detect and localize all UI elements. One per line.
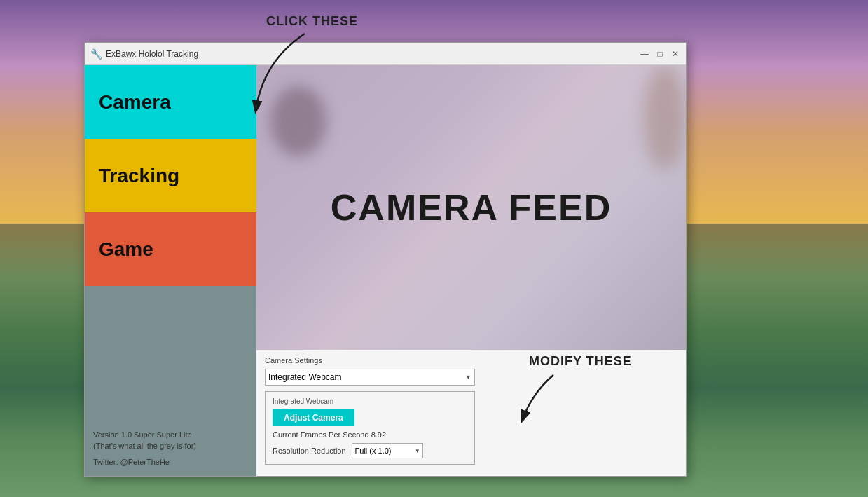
window-body: Camera Tracking Game Version 1.0 Super S… [85,65,686,476]
app-icon: 🔧 [90,48,102,60]
webcam-box-title: Integrated Webcam [273,397,467,405]
sidebar-item-tracking[interactable]: Tracking [85,139,256,212]
resolution-dropdown[interactable]: Full (x 1.0) Half (x 0.5) Quarter (x 0.2… [352,443,423,458]
sidebar-game-label: Game [99,238,153,261]
camera-feed-label: CAMERA FEED [331,186,612,229]
sidebar-item-game[interactable]: Game [85,212,256,286]
titlebar: 🔧 ExBawx Hololol Tracking — □ ✕ [85,43,686,65]
main-content: CAMERA FEED Camera Settings Integrated W… [256,65,686,476]
twitter-handle: Twitter: @PeterTheHe [93,456,248,468]
window-title: ExBawx Hololol Tracking [106,49,640,59]
modify-these-annotation: MODIFY THESE [529,354,632,369]
camera-dropdown[interactable]: Integrated Webcam [265,369,475,386]
sidebar-camera-label: Camera [99,91,171,114]
adjust-camera-button[interactable]: Adjust Camera [273,409,354,426]
sidebar-tracking-label: Tracking [99,165,179,187]
camera-dropdown-row: Integrated Webcam [265,369,677,386]
app-window: 🔧 ExBawx Hololol Tracking — □ ✕ Camera T… [84,42,687,477]
sidebar-empty-area [85,286,256,423]
close-button[interactable]: ✕ [670,49,680,59]
titlebar-controls: — □ ✕ [640,49,680,59]
sidebar-item-camera[interactable]: Camera [85,65,256,139]
webcam-settings-box: Integrated Webcam Adjust Camera Current … [265,391,475,465]
camera-dropdown-wrapper: Integrated Webcam [265,369,475,386]
fps-display: Current Frames Per Second 8.92 [273,430,467,439]
settings-panel: Camera Settings Integrated Webcam Integr… [256,350,686,476]
version-line2: (That's what all the grey is for) [93,440,248,452]
modify-these-arrow [518,372,588,428]
resolution-row: Resolution Reduction Full (x 1.0) Half (… [273,443,467,458]
resolution-label: Resolution Reduction [273,447,346,455]
sidebar-version: Version 1.0 Super Super Lite (That's wha… [85,423,256,477]
sidebar: Camera Tracking Game Version 1.0 Super S… [85,65,256,476]
resolution-dropdown-wrapper: Full (x 1.0) Half (x 0.5) Quarter (x 0.2… [352,443,423,458]
click-these-arrow [249,27,333,118]
version-line1: Version 1.0 Super Super Lite [93,429,248,441]
minimize-button[interactable]: — [640,49,649,59]
maximize-button[interactable]: □ [655,49,665,59]
